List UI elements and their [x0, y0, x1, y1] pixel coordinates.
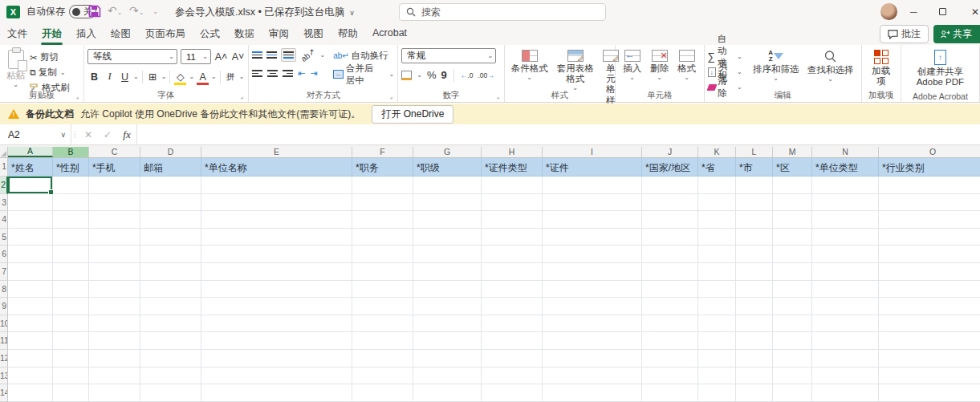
row-header-8[interactable]: 8: [0, 281, 8, 298]
cell-N6[interactable]: [812, 246, 879, 263]
document-title[interactable]: 参会导入模版.xlsx • 已保存到这台电脑 ∨: [175, 6, 355, 19]
cell-N12[interactable]: [812, 350, 879, 367]
copy-button[interactable]: ⧉复制: [30, 66, 70, 79]
cell-M11[interactable]: [773, 332, 812, 350]
cell-J5[interactable]: [642, 229, 698, 246]
row-header-9[interactable]: 9: [0, 298, 8, 315]
cell-B8[interactable]: [53, 281, 89, 298]
cell-B1[interactable]: *性别: [53, 158, 89, 177]
cell-M3[interactable]: [773, 194, 812, 212]
cell-G3[interactable]: [413, 194, 482, 212]
cell-H13[interactable]: [482, 367, 543, 385]
cell-H1[interactable]: *证件类型: [482, 158, 543, 177]
cell-J2[interactable]: [642, 177, 698, 194]
column-header-J[interactable]: J: [642, 147, 698, 157]
percent-style-button[interactable]: %: [427, 69, 437, 81]
cell-H8[interactable]: [482, 281, 543, 298]
cell-K8[interactable]: [698, 281, 736, 298]
cell-B5[interactable]: [53, 229, 89, 246]
search-input[interactable]: 搜索: [399, 3, 606, 21]
cell-K9[interactable]: [698, 298, 736, 315]
cell-F3[interactable]: [352, 194, 413, 212]
cell-A2[interactable]: [8, 177, 53, 194]
cell-K11[interactable]: [698, 332, 736, 350]
close-button[interactable]: ✕: [971, 6, 979, 18]
column-header-I[interactable]: I: [543, 147, 642, 157]
cell-N8[interactable]: [812, 281, 879, 298]
cell-H6[interactable]: [482, 246, 543, 263]
cell-A1[interactable]: *姓名: [8, 158, 53, 177]
align-bottom-button[interactable]: [281, 48, 296, 62]
cell-B3[interactable]: [53, 194, 89, 212]
column-header-N[interactable]: N: [812, 147, 879, 157]
cell-M13[interactable]: [773, 367, 812, 385]
cell-N14[interactable]: [812, 384, 879, 402]
cell-I11[interactable]: [543, 332, 642, 350]
cell-D6[interactable]: [140, 246, 201, 263]
cell-L14[interactable]: [736, 384, 773, 402]
user-avatar[interactable]: [880, 3, 897, 20]
cell-K14[interactable]: [698, 384, 736, 402]
cell-I7[interactable]: [543, 263, 642, 281]
decrease-font-icon[interactable]: A˅: [231, 50, 245, 64]
cell-H9[interactable]: [482, 298, 543, 315]
font-name-select[interactable]: 等线⌄: [87, 49, 177, 64]
autosave-control[interactable]: 自动保存 关: [26, 5, 96, 18]
tab-文件[interactable]: 文件: [0, 24, 35, 45]
cell-I10[interactable]: [543, 315, 642, 333]
cell-F14[interactable]: [352, 384, 413, 402]
cell-G11[interactable]: [413, 332, 482, 350]
cell-L3[interactable]: [736, 194, 773, 212]
align-right-icon[interactable]: [283, 69, 293, 78]
tab-开始[interactable]: 开始: [35, 24, 69, 45]
cell-J11[interactable]: [642, 332, 698, 350]
cell-I2[interactable]: [543, 177, 642, 194]
cell-C3[interactable]: [89, 194, 140, 212]
cell-E5[interactable]: [201, 229, 352, 246]
addins-button[interactable]: 加载项: [868, 48, 895, 88]
cell-O14[interactable]: [879, 384, 980, 402]
cell-O4[interactable]: [879, 211, 980, 229]
confirm-entry-icon[interactable]: ✓: [98, 124, 117, 144]
cell-L9[interactable]: [736, 298, 773, 315]
save-icon[interactable]: [88, 5, 101, 18]
cell-O1[interactable]: *行业类别: [879, 158, 980, 177]
cancel-entry-icon[interactable]: ✕: [79, 124, 98, 144]
cell-G2[interactable]: [413, 177, 482, 194]
merge-center-button[interactable]: ↔ 合并后居中 ⌄: [333, 67, 394, 81]
cell-K1[interactable]: *省: [698, 158, 736, 177]
italic-button[interactable]: I: [103, 70, 116, 84]
align-left-icon[interactable]: [252, 69, 262, 78]
cell-E14[interactable]: [201, 384, 352, 402]
cell-D8[interactable]: [140, 281, 201, 298]
formula-bar-handle[interactable]: ⋮: [71, 124, 79, 144]
insert-function-button[interactable]: fx: [117, 124, 136, 144]
cell-G5[interactable]: [413, 229, 482, 246]
row-header-12[interactable]: 12: [0, 350, 8, 367]
row-header-13[interactable]: 13: [0, 367, 8, 385]
column-header-G[interactable]: G: [413, 147, 482, 157]
cell-H10[interactable]: [482, 315, 543, 333]
column-header-B[interactable]: B: [53, 147, 89, 157]
cell-F6[interactable]: [352, 246, 413, 263]
cell-G10[interactable]: [413, 315, 482, 333]
increase-font-icon[interactable]: A˄: [214, 50, 228, 64]
cell-C14[interactable]: [89, 384, 140, 402]
cell-C2[interactable]: [89, 177, 140, 194]
delete-cells-button[interactable]: 删除⌄: [647, 48, 672, 81]
cell-O12[interactable]: [879, 350, 980, 367]
cell-K6[interactable]: [698, 246, 736, 263]
row-header-7[interactable]: 7: [0, 263, 8, 281]
cell-C6[interactable]: [89, 246, 140, 263]
cell-C8[interactable]: [89, 281, 140, 298]
phonetic-button[interactable]: 拼: [224, 70, 238, 84]
undo-button[interactable]: ↶⌄: [108, 4, 122, 17]
cell-G13[interactable]: [413, 367, 482, 385]
cell-N2[interactable]: [812, 177, 879, 194]
cell-D4[interactable]: [140, 211, 201, 229]
insert-cells-button[interactable]: 插入⌄: [620, 48, 645, 81]
cell-J6[interactable]: [642, 246, 698, 263]
borders-button[interactable]: ⊞: [146, 70, 160, 84]
cell-J10[interactable]: [642, 315, 698, 333]
column-header-A[interactable]: A: [8, 147, 53, 157]
